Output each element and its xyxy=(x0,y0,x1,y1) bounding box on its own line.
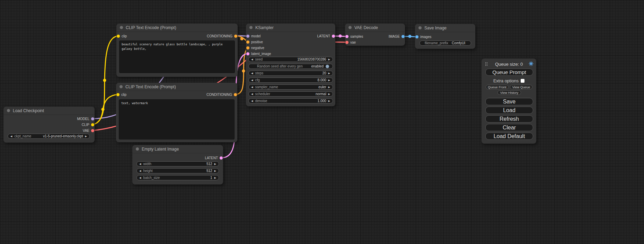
decrement-arrow-icon[interactable]: ◀ xyxy=(251,86,253,88)
image-input-dot[interactable] xyxy=(415,35,418,38)
node-clip-text-encode-positive[interactable]: CLIP Text Encode (Prompt) clip CONDITION… xyxy=(116,24,238,77)
settings-gear-icon[interactable] xyxy=(529,61,533,66)
widget-sampler-name[interactable]: ◀ sampler_name euler ▶ xyxy=(248,84,333,90)
increment-arrow-icon[interactable]: ▶ xyxy=(328,86,330,88)
widget-ckpt-name[interactable]: ◀ ckpt_name v1-5-pruned-emaonly.ckpt ▶ xyxy=(8,134,90,139)
input-slot-negative[interactable]: negative xyxy=(246,45,264,50)
collapse-dot-icon[interactable] xyxy=(120,85,123,88)
input-slot-positive[interactable]: positive xyxy=(246,39,263,44)
widget-random-seed-toggle[interactable]: Random seed after every gen enabled xyxy=(248,64,333,69)
refresh-button[interactable]: Refresh xyxy=(485,115,533,123)
vae-input-dot[interactable] xyxy=(345,41,349,44)
clear-button[interactable]: Clear xyxy=(485,124,533,131)
decrement-arrow-icon[interactable]: ◀ xyxy=(251,72,253,74)
load-default-button[interactable]: Load Default xyxy=(485,133,533,140)
output-slot-model[interactable]: MODEL xyxy=(77,116,94,121)
input-slot-vae[interactable]: vae xyxy=(345,40,356,45)
decrement-arrow-icon[interactable]: ◀ xyxy=(139,163,141,165)
output-slot-conditioning[interactable]: CONDITIONING xyxy=(207,34,237,38)
decrement-arrow-icon[interactable]: ◀ xyxy=(251,58,253,61)
output-slot-latent[interactable]: LATENT xyxy=(317,34,335,38)
collapse-dot-icon[interactable] xyxy=(349,26,352,29)
decrement-arrow-icon[interactable]: ◀ xyxy=(251,93,253,95)
output-slot-clip[interactable]: CLIP xyxy=(82,122,94,127)
model-output-dot[interactable] xyxy=(91,117,94,120)
node-title-bar[interactable]: CLIP Text Encode (Prompt) xyxy=(116,24,238,32)
node-save-image[interactable]: Save Image images filename_prefix ComfyU… xyxy=(415,24,475,49)
image-output-dot[interactable] xyxy=(402,35,405,38)
node-vae-decode[interactable]: VAE Decode samples vae IMAGE xyxy=(345,24,405,46)
increment-arrow-icon[interactable]: ▶ xyxy=(328,72,330,74)
conditioning-input-dot[interactable] xyxy=(246,40,249,44)
output-slot-vae[interactable]: VAE xyxy=(83,128,94,133)
collapse-dot-icon[interactable] xyxy=(7,109,10,112)
conditioning-input-dot[interactable] xyxy=(246,46,249,49)
latent-output-dot[interactable] xyxy=(332,35,335,38)
increment-arrow-icon[interactable]: ▶ xyxy=(328,93,330,95)
conditioning-output-dot[interactable] xyxy=(234,93,237,96)
latent-input-dot[interactable] xyxy=(345,35,349,38)
clip-output-dot[interactable] xyxy=(91,123,94,126)
save-button[interactable]: Save xyxy=(485,98,533,105)
node-ksampler[interactable]: KSampler model positive negative latent_… xyxy=(246,24,335,106)
model-input-dot[interactable] xyxy=(246,35,249,38)
node-load-checkpoint[interactable]: Load Checkpoint MODEL CLIP VAE ◀ ckpt_na… xyxy=(3,107,95,143)
decrement-arrow-icon[interactable]: ◀ xyxy=(10,135,12,137)
view-history-button[interactable]: View History xyxy=(497,90,521,95)
toggle-dot-icon[interactable] xyxy=(326,65,329,68)
latent-output-dot[interactable] xyxy=(220,156,223,160)
clip-input-dot[interactable] xyxy=(116,93,120,96)
increment-arrow-icon[interactable]: ▶ xyxy=(214,163,216,165)
node-graph-canvas[interactable]: Load Checkpoint MODEL CLIP VAE ◀ ckpt_na… xyxy=(0,0,644,244)
collapse-dot-icon[interactable] xyxy=(120,26,123,29)
widget-steps[interactable]: ◀ steps 20 ▶ xyxy=(248,71,333,76)
queue-prompt-button[interactable]: Queue Prompt xyxy=(485,69,533,76)
widget-height[interactable]: ◀ height 512 ▶ xyxy=(136,168,219,173)
decrement-arrow-icon[interactable]: ◀ xyxy=(139,177,141,179)
output-slot-conditioning[interactable]: CONDITIONING xyxy=(206,92,237,97)
increment-arrow-icon[interactable]: ▶ xyxy=(85,135,87,137)
queue-front-button[interactable]: Queue Front xyxy=(486,85,509,89)
widget-scheduler[interactable]: ◀ scheduler normal ▶ xyxy=(248,91,333,97)
widget-cfg[interactable]: ◀ cfg 8.000 ▶ xyxy=(248,78,333,83)
widget-filename-prefix[interactable]: filename_prefix ComfyUI xyxy=(420,40,471,46)
view-queue-button[interactable]: View Queue xyxy=(510,85,532,89)
increment-arrow-icon[interactable]: ▶ xyxy=(328,100,330,102)
decrement-arrow-icon[interactable]: ◀ xyxy=(251,79,253,81)
increment-arrow-icon[interactable]: ▶ xyxy=(214,170,216,172)
conditioning-output-dot[interactable] xyxy=(234,35,237,38)
widget-seed[interactable]: ◀ seed 156680208700286 ▶ xyxy=(248,57,333,62)
extra-options-checkbox[interactable] xyxy=(521,79,524,83)
widget-batch-size[interactable]: ◀ batch_size 1 ▶ xyxy=(136,175,219,180)
decrement-arrow-icon[interactable]: ◀ xyxy=(251,100,253,102)
input-slot-images[interactable]: images xyxy=(415,34,431,39)
widget-width[interactable]: ◀ width 512 ▶ xyxy=(136,161,219,166)
node-title-bar[interactable]: Load Checkpoint xyxy=(3,107,95,115)
node-title-bar[interactable]: KSampler xyxy=(246,24,335,32)
widget-denoise[interactable]: ◀ denoise 1.000 ▶ xyxy=(248,98,333,103)
collapse-dot-icon[interactable] xyxy=(418,26,422,29)
node-empty-latent-image[interactable]: Empty Latent Image LATENT ◀ width 512 ▶ … xyxy=(132,145,223,184)
load-button[interactable]: Load xyxy=(485,107,533,114)
positive-prompt-textarea[interactable]: beautiful scenery nature glass bottle la… xyxy=(119,40,235,73)
input-slot-samples[interactable]: samples xyxy=(345,34,363,39)
node-title-bar[interactable]: Save Image xyxy=(415,24,475,32)
increment-arrow-icon[interactable]: ▶ xyxy=(328,58,330,61)
collapse-dot-icon[interactable] xyxy=(249,26,253,29)
increment-arrow-icon[interactable]: ▶ xyxy=(328,79,330,81)
increment-arrow-icon[interactable]: ▶ xyxy=(214,177,216,179)
node-title-bar[interactable]: VAE Decode xyxy=(345,24,405,32)
output-slot-latent[interactable]: LATENT xyxy=(205,155,223,160)
collapse-dot-icon[interactable] xyxy=(136,147,139,151)
node-title-bar[interactable]: CLIP Text Encode (Prompt) xyxy=(116,83,237,91)
negative-prompt-textarea[interactable]: text, watermark xyxy=(119,99,235,139)
node-title-bar[interactable]: Empty Latent Image xyxy=(132,145,223,153)
latent-input-dot[interactable] xyxy=(246,52,249,55)
output-slot-image[interactable]: IMAGE xyxy=(389,34,405,39)
input-slot-clip[interactable]: clip xyxy=(116,92,126,97)
vae-output-dot[interactable] xyxy=(91,129,94,132)
clip-input-dot[interactable] xyxy=(117,35,120,38)
input-slot-latent-image[interactable]: latent_image xyxy=(246,51,271,56)
node-clip-text-encode-negative[interactable]: CLIP Text Encode (Prompt) clip CONDITION… xyxy=(116,83,237,142)
input-slot-clip[interactable]: clip xyxy=(117,34,127,38)
